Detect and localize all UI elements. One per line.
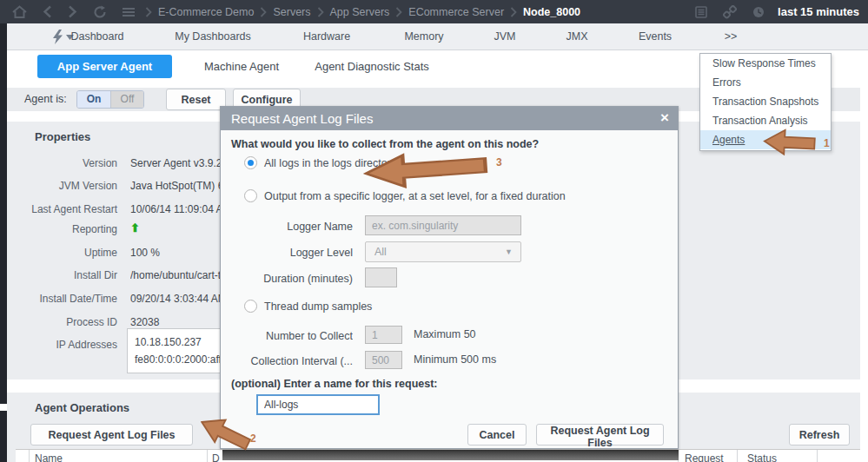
tab-app-server-agent[interactable]: App Server Agent — [37, 55, 172, 78]
property-label: Uptime — [7, 247, 117, 259]
chevron-right-icon — [510, 7, 517, 17]
menu-item-transaction-snapshots[interactable]: Transaction Snapshots — [700, 92, 831, 111]
dialog-header[interactable]: Request Agent Log Files × — [221, 107, 678, 130]
duration-label: Duration (minutes) — [221, 273, 353, 285]
properties-title: Properties — [35, 130, 90, 143]
column-header-duration[interactable]: D — [212, 452, 220, 462]
nav-dashboard[interactable]: Dashboard — [70, 30, 123, 43]
column-header-status[interactable]: Status — [747, 452, 777, 462]
logger-level-label: Logger Level — [221, 247, 353, 259]
property-label: Install Date/Time — [7, 293, 117, 305]
property-value: Server Agent v3.9.2.1 — [130, 157, 222, 169]
agent-is-label: Agent is: — [24, 93, 67, 105]
refresh-icon[interactable] — [93, 5, 107, 19]
radio-thread-dump-label[interactable]: Thread dump samples — [264, 300, 372, 313]
ip-address-v6: fe80:0:0:0:2000:aff:fe — [135, 351, 229, 368]
property-value: 09/20/14 3:03:44 AM — [130, 293, 222, 305]
number-to-collect-input[interactable] — [365, 326, 402, 344]
chevron-right-icon — [317, 7, 324, 17]
duration-input[interactable] — [365, 267, 397, 287]
property-label: JVM Version — [7, 180, 117, 192]
property-value: 10/06/14 11:09:04 AM — [130, 203, 222, 215]
radio-all-logs-label[interactable]: All logs in the logs directory — [264, 157, 396, 169]
property-label: Version — [7, 157, 117, 169]
agent-on-off-toggle[interactable]: On Off — [76, 90, 144, 109]
request-name-input[interactable] — [256, 394, 380, 415]
metric-nav-bar: Dashboard My Dashboards Hardware Memory … — [7, 23, 868, 50]
radio-thread-dump[interactable] — [244, 300, 257, 313]
column-header-request[interactable]: Request — [685, 452, 724, 462]
request-agent-log-files-button[interactable]: Request Agent Log Files — [30, 424, 193, 446]
ip-addresses-box[interactable]: 10.18.150.237 fe80:0:0:0:2000:aff:fe — [127, 328, 229, 373]
annotation-number-3: 3 — [496, 156, 502, 168]
collapsed-left-panel[interactable] — [0, 23, 7, 462]
nav-jvm[interactable]: JVM — [494, 30, 516, 43]
nav-events[interactable]: Events — [639, 30, 672, 43]
logger-level-select[interactable]: All ▼ — [365, 241, 521, 262]
top-bar: E-Commerce Demo Servers App Servers ECom… — [0, 0, 868, 23]
property-label: Reporting — [7, 223, 117, 235]
dialog-title: Request Agent Log Files — [231, 111, 373, 126]
submit-request-button[interactable]: Request Agent Log Files — [536, 424, 664, 446]
chevron-right-icon — [395, 7, 402, 17]
link-icon[interactable] — [723, 5, 737, 19]
property-label: IP Addresses — [7, 339, 117, 351]
property-value: 32038 — [130, 316, 222, 328]
menu-item-errors[interactable]: Errors — [700, 73, 831, 92]
report-list-icon[interactable] — [695, 6, 707, 18]
collection-interval-label: Collection Interval (... — [221, 355, 353, 367]
modal-drop-shadow — [222, 450, 679, 460]
nav-memory[interactable]: Memory — [404, 30, 443, 43]
tab-machine-agent[interactable]: Machine Agent — [194, 55, 289, 78]
tab-agent-diagnostic-stats[interactable]: Agent Diagnostic Stats — [307, 55, 437, 78]
property-value: Java HotSpot(TM) 64- — [130, 180, 222, 192]
menu-item-agents[interactable]: Agents — [700, 130, 831, 149]
close-icon[interactable]: × — [660, 109, 669, 128]
forward-icon[interactable] — [68, 5, 77, 18]
collection-interval-input[interactable] — [365, 351, 402, 369]
annotation-number-1: 1 — [824, 137, 830, 149]
menu-icon[interactable] — [123, 8, 135, 16]
column-header-name[interactable]: Name — [35, 452, 63, 462]
chevron-right-icon — [260, 7, 267, 17]
breadcrumb-app-servers[interactable]: App Servers — [330, 6, 390, 18]
radio-specific-logger-label[interactable]: Output from a specific logger, at a set … — [264, 190, 566, 202]
cancel-button[interactable]: Cancel — [467, 424, 527, 446]
number-to-collect-label: Number to Collect — [221, 330, 353, 342]
breadcrumb-ecommerce-demo[interactable]: E-Commerce Demo — [158, 6, 254, 18]
caret-down-icon: ▼ — [505, 248, 513, 256]
logger-name-input[interactable] — [365, 215, 521, 235]
maximum-hint: Maximum 50 — [414, 328, 476, 340]
lightning-icon — [52, 30, 63, 44]
nav-my-dashboards[interactable]: My Dashboards — [175, 30, 251, 43]
property-value: /home/ubuntu/cart-tn — [130, 269, 222, 281]
breadcrumb-ecommerce-server[interactable]: ECommerce Server — [408, 6, 504, 18]
reset-button[interactable]: Reset — [166, 89, 226, 110]
agent-on-option[interactable]: On — [77, 91, 110, 108]
breadcrumb-servers[interactable]: Servers — [273, 6, 310, 18]
time-range-selector[interactable]: last 15 minutes — [778, 5, 859, 18]
annotation-number-2: 2 — [250, 432, 256, 445]
menu-item-slow-response-times[interactable]: Slow Response Times — [700, 54, 831, 73]
agent-operations-title: Agent Operations — [35, 401, 129, 414]
nav-more[interactable]: >> — [725, 30, 738, 43]
agent-off-option[interactable]: Off — [110, 91, 143, 108]
menu-item-transaction-analysis[interactable]: Transaction Analysis — [700, 111, 831, 130]
breadcrumb-node-8000: Node_8000 — [523, 6, 580, 18]
more-dropdown-menu: Slow Response Times Errors Transaction S… — [699, 53, 832, 151]
minimum-hint: Minimum 500 ms — [414, 353, 496, 366]
nav-hardware[interactable]: Hardware — [303, 30, 350, 43]
clock-icon[interactable] — [752, 6, 765, 18]
reporting-up-icon: ⬆ — [130, 221, 222, 234]
request-agent-log-files-dialog: Request Agent Log Files × What would you… — [220, 106, 679, 449]
home-icon[interactable] — [12, 5, 27, 18]
back-icon[interactable] — [43, 5, 52, 18]
property-label: Install Dir — [7, 269, 117, 281]
refresh-button[interactable]: Refresh — [789, 424, 850, 446]
radio-all-logs[interactable] — [244, 156, 257, 169]
nav-jmx[interactable]: JMX — [567, 30, 588, 43]
dialog-question: What would you like to collect from the … — [231, 138, 539, 150]
radio-specific-logger[interactable] — [244, 189, 257, 202]
panel-drag-handle[interactable] — [0, 404, 7, 411]
logger-name-label: Logger Name — [221, 221, 353, 233]
